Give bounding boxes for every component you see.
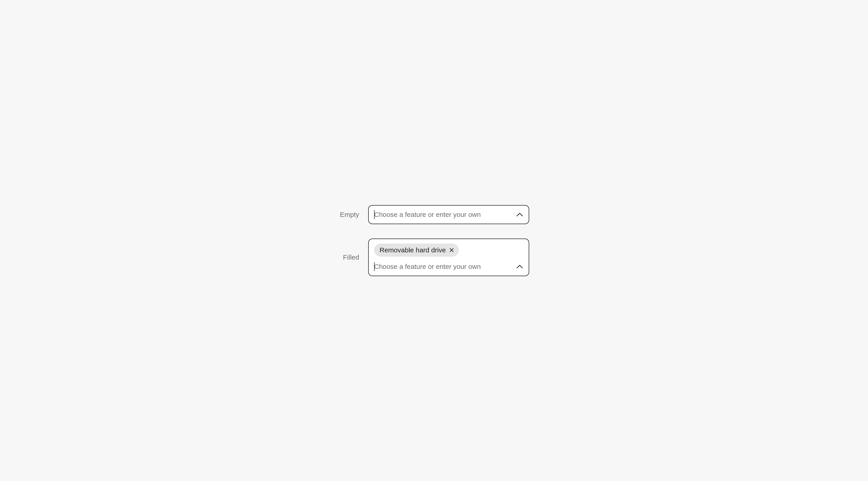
filled-state-row: Filled Removable hard drive Choose a fea… (339, 239, 529, 276)
chip-container: Removable hard drive (374, 244, 523, 257)
empty-state-row: Empty Choose a feature or enter your own (339, 205, 529, 224)
combobox-empty[interactable]: Choose a feature or enter your own (368, 205, 529, 224)
combobox-placeholder: Choose a feature or enter your own (374, 211, 516, 218)
chip-removable-hard-drive: Removable hard drive (374, 244, 459, 257)
chevron-up-icon[interactable] (516, 211, 523, 218)
empty-state-label: Empty (339, 211, 359, 218)
close-icon[interactable] (449, 247, 454, 253)
examples-container: Empty Choose a feature or enter your own… (330, 205, 538, 276)
filled-state-label: Filled (339, 253, 359, 261)
chevron-up-icon[interactable] (516, 263, 523, 270)
combobox-input-row[interactable]: Choose a feature or enter your own (374, 262, 523, 271)
combobox-placeholder: Choose a feature or enter your own (374, 263, 516, 270)
combobox-filled[interactable]: Removable hard drive Choose a feature or… (368, 239, 529, 276)
chip-label: Removable hard drive (379, 246, 446, 254)
combobox-input-row[interactable]: Choose a feature or enter your own (374, 210, 523, 219)
